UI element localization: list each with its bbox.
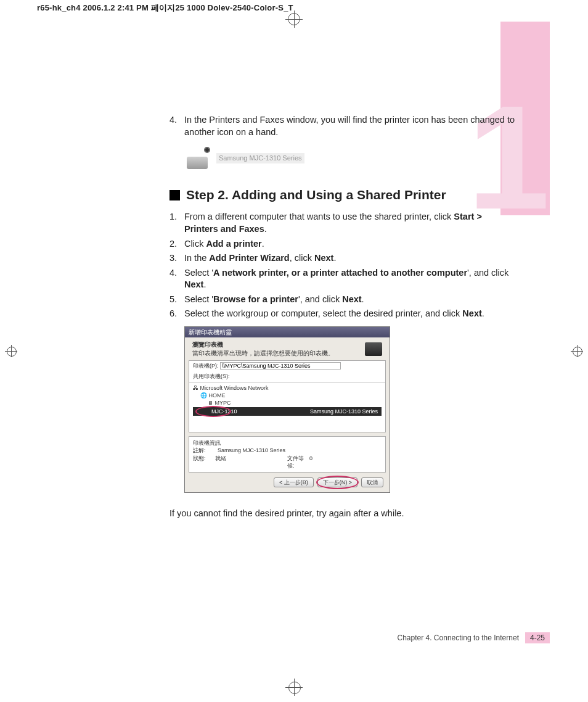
dialog-subheader: 瀏覽印表機 當印表機清單出現時，請選擇您想要使用的印表機。 — [185, 337, 390, 360]
item-number: 1. — [169, 211, 184, 235]
add-printer-dialog: 新增印表機精靈 瀏覽印表機 當印表機清單出現時，請選擇您想要使用的印表機。 印表… — [184, 326, 390, 493]
item-text: Select 'A network printer, or a printer … — [184, 267, 515, 291]
item-text: Click Add a printer. — [184, 238, 515, 250]
item-number: 4. — [169, 114, 184, 138]
dialog-body: 印表機(P): 共用印表機(S): 🖧 Microsoft Windows Ne… — [189, 360, 386, 432]
list-item: 4. In the Printers and Faxes window, you… — [169, 114, 515, 138]
instruction-list: 1.From a different computer that wants t… — [169, 211, 515, 320]
cancel-button[interactable]: 取消 — [361, 477, 383, 487]
note-text: If you cannot find the desired printer, … — [169, 508, 515, 520]
item-text: From a different computer that wants to … — [184, 211, 515, 235]
printer-icon-label: Samsung MJC-1310 Series — [216, 153, 304, 163]
step-heading: Step 2. Adding and Using a Shared Printe… — [169, 186, 515, 204]
item-text: Select the workgroup or computer, select… — [184, 308, 515, 320]
back-button[interactable]: < 上一步(B) — [274, 477, 314, 487]
page-footer: Chapter 4. Connecting to the Internet 4-… — [398, 632, 550, 643]
info-key: 文件等候: — [287, 455, 309, 469]
list-item: 5.Select 'Browse for a printer', and cli… — [169, 294, 515, 306]
printer-hand-icon — [184, 147, 210, 169]
tree-group[interactable]: 🌐 HOME — [193, 392, 382, 399]
info-value: 就緒 — [215, 455, 287, 469]
dialog-titlebar: 新增印表機精靈 — [185, 327, 390, 338]
step-heading-text: Step 2. Adding and Using a Shared Printe… — [186, 186, 446, 204]
info-value: Samsung MJC-1310 Series — [218, 447, 298, 454]
info-value: 0 — [309, 455, 382, 469]
printer-glyph-icon — [365, 342, 382, 356]
selected-printer-desc: Samsung MJC-1310 Series — [310, 408, 378, 415]
list-item: 6.Select the workgroup or computer, sele… — [169, 308, 515, 320]
item-number: 3. — [169, 252, 184, 265]
item-text: In the Printers and Faxes window, you wi… — [184, 114, 515, 138]
list-item: 2.Click Add a printer. — [169, 238, 515, 250]
page-content: 4. In the Printers and Faxes window, you… — [169, 114, 515, 520]
info-header: 印表機資訊 — [193, 439, 382, 447]
shared-printers-label: 共用印表機(S): — [193, 373, 230, 379]
footer-chapter: Chapter 4. Connecting to the Internet — [398, 634, 519, 642]
tree-root[interactable]: 🖧 Microsoft Windows Network — [193, 384, 382, 392]
tree-pc[interactable]: 🖥 MYPC — [193, 399, 382, 407]
cropmark-icon — [571, 345, 583, 357]
cropmark-icon — [285, 679, 303, 696]
tree-selected-printer[interactable]: MJC-1310 Samsung MJC-1310 Series — [193, 407, 382, 416]
cropmark-icon — [5, 345, 17, 357]
item-number: 4. — [169, 267, 184, 291]
printer-path-input[interactable] — [220, 362, 341, 370]
printer-tree[interactable]: 🖧 Microsoft Windows Network 🌐 HOME 🖥 MYP… — [189, 382, 385, 432]
item-number: 2. — [169, 238, 184, 250]
list-item: 4.Select 'A network printer, or a printe… — [169, 267, 515, 291]
dialog-button-row: < 上一步(B) 下一步(N) > 取消 — [185, 473, 390, 492]
cropmark-icon — [285, 10, 303, 28]
bullet-square-icon — [169, 190, 180, 200]
item-text: In the Add Printer Wizard, click Next. — [184, 252, 515, 265]
next-button[interactable]: 下一步(N) > — [317, 477, 357, 487]
list-item: 1.From a different computer that wants t… — [169, 211, 515, 235]
list-item: 3.In the Add Printer Wizard, click Next. — [169, 252, 515, 265]
printer-icon-figure: Samsung MJC-1310 Series — [184, 147, 515, 169]
item-number: 6. — [169, 308, 184, 320]
item-number: 5. — [169, 294, 184, 306]
dialog-sub-bold: 瀏覽印表機 — [192, 341, 223, 348]
item-text: Select 'Browse for a printer', and click… — [184, 294, 515, 306]
path-label: 印表機(P): — [193, 363, 219, 369]
selected-printer-id: MJC-1310 — [197, 408, 237, 415]
info-key: 狀態: — [193, 455, 215, 469]
dialog-sub-text: 當印表機清單出現時，請選擇您想要使用的印表機。 — [192, 350, 334, 357]
printer-info-panel: 印表機資訊 註解: Samsung MJC-1310 Series 狀態: 就緒… — [189, 436, 386, 473]
footer-page-number: 4-25 — [525, 632, 550, 643]
info-key: 註解: — [193, 447, 218, 454]
